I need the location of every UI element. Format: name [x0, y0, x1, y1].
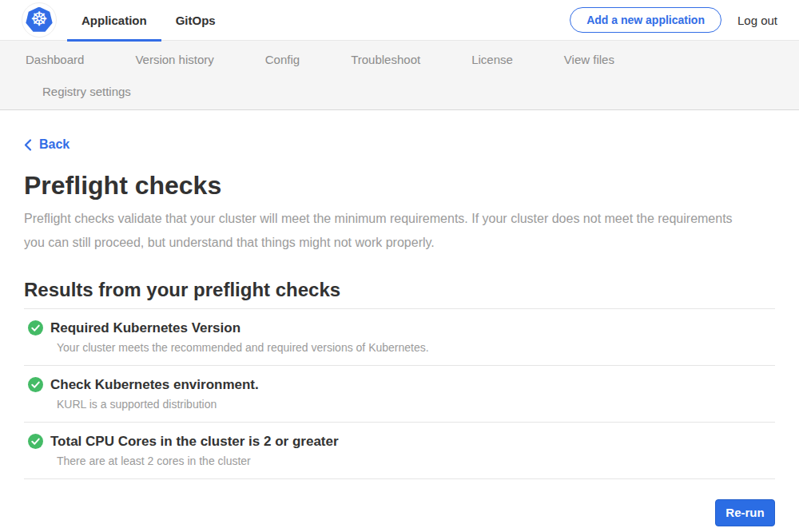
- header-tabs: Application GitOps: [67, 0, 230, 41]
- page-description: Preflight checks validate that your clus…: [24, 207, 753, 255]
- page-title: Preflight checks: [24, 171, 775, 200]
- back-link-label: Back: [39, 137, 70, 153]
- preflight-check-row: Total CPU Cores in the cluster is 2 or g…: [24, 422, 775, 478]
- check-message: KURL is a supported distribution: [24, 398, 775, 411]
- kubernetes-logo: ☸: [22, 2, 57, 38]
- add-new-application-button[interactable]: Add a new application: [570, 7, 721, 33]
- check-title: Required Kubernetes Version: [50, 320, 240, 336]
- tab-gitops-label: GitOps: [176, 14, 216, 27]
- subnav-item-view-files[interactable]: View files: [564, 52, 614, 68]
- results-heading: Results from your preflight checks: [24, 279, 775, 301]
- check-pass-icon: [28, 377, 43, 392]
- active-tab-indicator: [67, 39, 161, 42]
- subnav-row-2: Registry settings: [26, 84, 799, 100]
- tab-gitops[interactable]: GitOps: [161, 0, 230, 41]
- subnav-item-license[interactable]: License: [471, 52, 513, 68]
- subnav-item-config[interactable]: Config: [265, 52, 300, 68]
- header-right: Add a new application Log out: [570, 7, 799, 33]
- chevron-left-icon: [24, 139, 32, 151]
- kubernetes-helm-icon: ☸: [26, 7, 53, 34]
- subnav-item-version-history[interactable]: Version history: [135, 52, 213, 68]
- helm-wheel-glyph: ☸: [30, 10, 48, 29]
- subnav-item-troubleshoot[interactable]: Troubleshoot: [351, 52, 420, 68]
- check-message: There are at least 2 cores in the cluste…: [24, 455, 775, 468]
- tab-application[interactable]: Application: [67, 0, 161, 41]
- top-header: ☸ Application GitOps Add a new applicati…: [0, 0, 799, 41]
- preflight-results-list: Required Kubernetes Version Your cluster…: [24, 308, 775, 479]
- subnav-item-dashboard[interactable]: Dashboard: [26, 52, 84, 68]
- subnav-item-registry-settings[interactable]: Registry settings: [42, 84, 131, 100]
- back-link[interactable]: Back: [24, 137, 70, 153]
- subnav-row-1: Dashboard Version history Config Trouble…: [26, 52, 799, 68]
- app-subnav: Dashboard Version history Config Trouble…: [0, 41, 799, 110]
- check-title: Check Kubernetes environment.: [50, 377, 259, 393]
- logout-link[interactable]: Log out: [737, 14, 777, 27]
- check-pass-icon: [28, 320, 43, 335]
- check-title: Total CPU Cores in the cluster is 2 or g…: [50, 434, 339, 450]
- main-content: Back Preflight checks Preflight checks v…: [0, 110, 799, 526]
- preflight-check-row: Check Kubernetes environment. KURL is a …: [24, 365, 775, 422]
- preflight-check-row: Required Kubernetes Version Your cluster…: [24, 308, 775, 365]
- check-message: Your cluster meets the recommended and r…: [24, 341, 775, 355]
- check-pass-icon: [28, 434, 43, 449]
- tab-application-label: Application: [81, 14, 147, 27]
- actions-bar: Re-run: [24, 499, 775, 526]
- rerun-button[interactable]: Re-run: [715, 499, 775, 526]
